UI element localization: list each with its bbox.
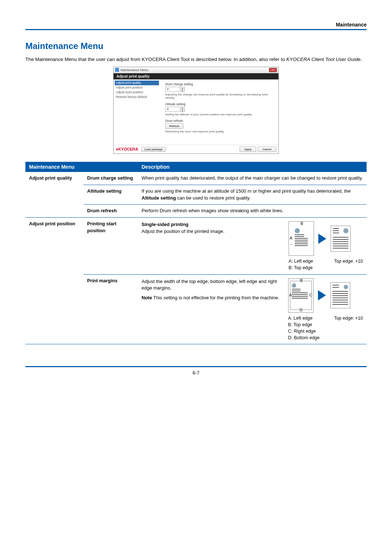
altitude-desc-bold: Altitude setting — [142, 195, 176, 201]
print-margins-text: Adjust the width of the top edge, bottom… — [142, 278, 285, 292]
print-margins-note-text: This setting is not effective for the pr… — [153, 295, 279, 300]
caption2-d: D: Bottom edge — [288, 335, 320, 341]
sidebar-adjust-print-position[interactable]: Adjust print position — [115, 85, 159, 90]
caption-b-top-edge: B: Top edge — [289, 264, 313, 271]
cell-drum-refresh: Drum refresh — [83, 205, 138, 218]
chevron-down-icon[interactable]: ▼ — [180, 90, 184, 93]
chevron-down-icon[interactable]: ▼ — [180, 110, 184, 112]
cell-adjust-print-position: Adjust print position — [25, 218, 83, 344]
cell-drum-charge-setting: Drum charge setting — [83, 172, 138, 185]
dialog-titlebar: Maintenance Menu × — [114, 67, 278, 73]
spinner-arrows[interactable]: ▲ ▼ — [180, 87, 184, 91]
spinner-arrows-2[interactable]: ▲ ▼ — [180, 107, 184, 111]
altitude-spinner[interactable]: 0 ▲ ▼ — [165, 107, 185, 112]
altitude-label: Altitude setting — [165, 102, 275, 106]
single-sided-text: Adjust the position of the printed image… — [142, 228, 285, 235]
dialog-sidebar: Adjust print quality Adjust print positi… — [114, 79, 160, 145]
arrow-right-icon — [318, 234, 326, 244]
sidebar-adjust-print-quality[interactable]: Adjust print quality — [115, 81, 159, 85]
page-number: 6-7 — [193, 370, 200, 376]
dialog-footer: ●KYOCERA Load package Apply Cancel — [114, 145, 278, 153]
diag-label-B: B — [301, 221, 303, 227]
running-header: Maintenance — [25, 22, 367, 29]
altitude-desc-post: can be used to restore print quality. — [176, 195, 251, 201]
intro-doc-title: KYOCERA Client Tool User Guide — [286, 57, 361, 62]
page-footer: 6-7 — [25, 366, 367, 376]
chevron-up-icon[interactable]: ▲ — [180, 87, 184, 90]
caption-top-edge-10: Top edge: +10 — [334, 258, 363, 271]
sidebar-restore-factory-default[interactable]: Restore factory default — [115, 95, 159, 99]
cell-print-margins: Print margins — [83, 274, 138, 344]
sidebar-adjust-scan-position[interactable]: Adjust scan position — [115, 90, 159, 95]
th-description: Description — [138, 162, 367, 172]
maintenance-table: Maintenance Menu Description Adjust prin… — [25, 162, 367, 344]
caption2-a: A: Left edge — [288, 315, 320, 321]
app-icon — [115, 68, 119, 72]
header-rule — [25, 29, 367, 30]
altitude-help: Setting the altitude of your current loc… — [165, 113, 275, 116]
dialog-subtitle: Adjust print quality — [114, 73, 278, 79]
diag-label-A: A↔ — [290, 235, 293, 247]
maintenance-dialog: Maintenance Menu × Adjust print quality … — [113, 67, 279, 154]
th-menu: Maintenance Menu — [25, 162, 138, 172]
caption-a-left-edge: A: Left edge — [289, 258, 313, 264]
drum-charge-help: Adjusting the change can improve print q… — [165, 93, 275, 99]
intro-part1: The Maintenance Menu that the user can a… — [25, 57, 286, 62]
drum-charge-spinner[interactable]: 4 ▲ ▼ — [165, 87, 185, 92]
dialog-title-text: Maintenance Menu — [121, 68, 269, 72]
cell-printing-start-position: Printing start position — [83, 218, 138, 274]
close-icon[interactable]: × — [269, 68, 277, 72]
cell-print-margins-desc: Adjust the width of the top edge, bottom… — [138, 274, 367, 344]
drum-refresh-label: Drum refresh — [165, 119, 275, 123]
print-margins-diagram: A B C D — [288, 278, 363, 313]
altitude-desc-pre: If you are using the machine at an altit… — [142, 188, 351, 194]
cancel-button[interactable]: Cancel — [258, 147, 276, 152]
single-sided-title: Single-sided printing — [142, 222, 188, 227]
altitude-value: 0 — [166, 107, 180, 111]
drum-refresh-button[interactable]: Refresh — [165, 123, 183, 129]
apply-button[interactable]: Apply — [240, 147, 256, 152]
load-package-button[interactable]: Load package — [141, 147, 166, 152]
cell-adjust-print-quality: Adjust print quality — [25, 172, 83, 218]
intro-paragraph: The Maintenance Menu that the user can a… — [25, 56, 367, 63]
chevron-up-icon[interactable]: ▲ — [180, 107, 184, 110]
cell-altitude-setting: Altitude setting — [83, 185, 138, 205]
kyocera-logo: ●KYOCERA — [116, 147, 138, 151]
cell-printing-start-desc: Single-sided printing Adjust the positio… — [138, 218, 367, 274]
caption2-c: C: Right edge — [288, 328, 320, 335]
caption2-top-edge-10: Top edge: +10 — [334, 315, 363, 341]
settings-pane: Drum charge setting 4 ▲ ▼ Adjusting the … — [160, 79, 278, 145]
printing-start-diagram: A↔ B — [289, 221, 363, 256]
cell-drum-charge-desc: When print quality has deteriorated, the… — [138, 172, 367, 185]
drum-refresh-help: Refreshing the drum can improve print qu… — [165, 130, 275, 133]
arrow-right-icon — [318, 290, 326, 300]
drum-charge-value: 4 — [166, 87, 180, 91]
cell-drum-refresh-desc: Perform Drum refresh when images show st… — [138, 205, 367, 218]
drum-charge-label: Drum charge setting — [165, 82, 275, 86]
cell-altitude-desc: If you are using the machine at an altit… — [138, 185, 367, 205]
section-heading: Maintenance Menu — [25, 41, 367, 51]
caption2-b: B: Top edge — [288, 321, 320, 328]
intro-end: . — [360, 57, 362, 62]
print-margins-note-bold: Note — [142, 295, 152, 300]
